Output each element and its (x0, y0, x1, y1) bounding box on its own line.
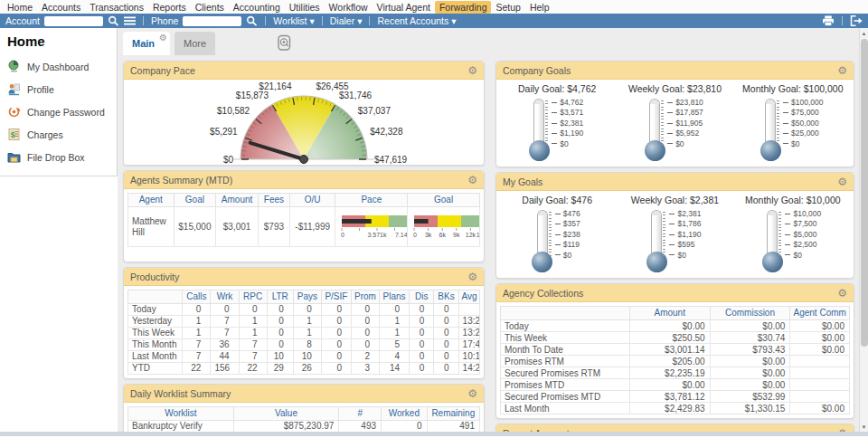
widget-daily-worklist: Daily Worklist Summary ⚙ WorklistValue#W… (123, 384, 485, 432)
dialer-menu[interactable]: Dialer▾ (330, 15, 363, 26)
table-cell: 156 (211, 363, 239, 375)
menu-item-reports[interactable]: Reports (148, 1, 191, 14)
table-cell: 0 (410, 339, 434, 351)
table-cell: 0 (211, 304, 239, 316)
column-header: Pays (293, 290, 321, 304)
bullet-chart: 03.571k7.143k (339, 213, 407, 240)
table-cell: 0 (434, 304, 458, 316)
svg-text:7.143k: 7.143k (395, 232, 407, 238)
scroll-up-icon[interactable]: ▲ (860, 28, 868, 38)
svg-text:3.571k: 3.571k (368, 232, 388, 238)
goal-thermometer: Daily Goal: $4,762$4,762$3,571$2,381$1,1… (498, 83, 616, 161)
scrollbar-thumb[interactable] (861, 39, 868, 347)
gear-icon[interactable]: ⚙ (837, 288, 847, 299)
goal-heading: Monthly Goal: $100,000 (742, 83, 844, 94)
menu-bar: HomeAccountsTransactionsReportsClientsAc… (0, 0, 868, 14)
menu-item-virtual-agent[interactable]: Virtual Agent (373, 1, 435, 14)
scroll-down-icon[interactable]: ▼ (860, 422, 868, 432)
table-row: Promises MTD$0.00$0.00 (501, 379, 850, 391)
table-cell: YTD (128, 363, 183, 375)
thermometer-tube (767, 210, 778, 257)
sidebar-item-change-password[interactable]: Change Password (0, 100, 117, 123)
tab-main[interactable]: Main ⚙ (123, 32, 170, 55)
table-cell: This Week (501, 332, 630, 344)
table-cell: $2,429.83 (629, 403, 710, 414)
tab-gear-icon[interactable]: ⚙ (159, 33, 167, 43)
thermometer-tick-label: $357 (555, 220, 580, 228)
gear-icon[interactable]: ⚙ (467, 65, 477, 76)
table-cell: 0 (239, 304, 267, 316)
gear-icon[interactable]: ⚙ (837, 65, 847, 76)
menu-item-setup[interactable]: Setup (491, 1, 524, 14)
tab-more[interactable]: More (175, 32, 215, 55)
account-input[interactable] (44, 16, 103, 26)
sidebar-item-file-drop-box[interactable]: File Drop Box (0, 146, 117, 168)
phone-input[interactable] (183, 16, 241, 26)
recent-accounts-menu[interactable]: Recent Accounts▾ (377, 15, 456, 26)
menu-item-forwarding[interactable]: Forwarding (435, 1, 492, 14)
phone-search-icon[interactable] (246, 15, 258, 26)
table-cell: 14 (380, 363, 410, 375)
data-table: CallsWrkRPCLTRPaysP/SIFPromPlansDisBKsAv… (127, 290, 480, 375)
column-header: Fees (258, 194, 289, 207)
column-header: Agent Comm (790, 307, 850, 320)
goal-thermometer: Monthly Goal: $10,000$10,000$7,500$5,000… (734, 195, 852, 272)
worklist-menu[interactable]: Worklist▾ (273, 15, 314, 26)
menu-item-transactions[interactable]: Transactions (85, 1, 148, 14)
widget-title: Company Pace (130, 65, 195, 76)
thermometer-tick-label: $238 (555, 231, 580, 239)
table-cell: 0 (267, 328, 293, 339)
profile-icon (7, 82, 21, 96)
thermometer-tick-label: $100,000 (783, 99, 823, 107)
gear-icon[interactable]: ⚙ (837, 176, 847, 187)
svg-text:$42,328: $42,328 (370, 127, 403, 137)
thermometer-tick-label: $5,952 (667, 129, 703, 138)
logout-icon[interactable] (850, 15, 863, 26)
table-cell: 26 (293, 363, 321, 375)
menu-item-accounts[interactable]: Accounts (37, 1, 85, 14)
account-search-icon[interactable] (108, 15, 119, 26)
gear-icon[interactable]: ⚙ (467, 271, 477, 282)
column-header (501, 307, 630, 320)
table-cell: 0 (434, 328, 458, 339)
thermometer-tick-label: $119 (555, 241, 580, 249)
widget-company-pace: Company Pace ⚙ $0$5,291$10,582$15,873$21… (123, 61, 485, 166)
column-header: Dis (410, 290, 434, 304)
print-icon[interactable] (822, 15, 835, 26)
menu-item-accounting[interactable]: Accounting (229, 1, 285, 14)
thermometer-tick-label: $1,190 (669, 231, 701, 239)
svg-text:$10,582: $10,582 (217, 106, 250, 116)
table-cell: 0 (351, 304, 379, 316)
table-cell: 0 (410, 351, 434, 363)
sidebar-item-my-dashboard[interactable]: My Dashboard (0, 55, 117, 78)
account-list-icon[interactable] (124, 16, 136, 26)
table-cell: $30.74 (710, 332, 790, 344)
sidebar-item-profile[interactable]: Profile (0, 78, 117, 100)
gear-icon[interactable]: ⚙ (467, 175, 477, 186)
menu-item-clients[interactable]: Clients (191, 1, 229, 14)
add-dashboard-icon[interactable] (276, 33, 295, 52)
table-cell: $875,230.97 (233, 421, 339, 433)
svg-text:15k: 15k (476, 232, 480, 238)
menu-item-home[interactable]: Home (3, 1, 37, 14)
gear-icon[interactable]: ⚙ (467, 388, 477, 399)
daily-worklist-table: WorklistValue#WorkedRemainingBankruptcy … (124, 406, 484, 432)
column-header: Remaining (427, 407, 479, 421)
vertical-scrollbar[interactable]: ▲ ▼ (859, 28, 868, 432)
menu-item-help[interactable]: Help (525, 1, 554, 14)
menu-item-utilities[interactable]: Utilities (285, 1, 325, 14)
menu-item-workflow[interactable]: Workflow (325, 1, 373, 14)
table-cell (458, 304, 479, 316)
phone-label: Phone (151, 15, 178, 26)
column-header: Calls (183, 290, 211, 304)
svg-text:$37,037: $37,037 (358, 106, 392, 116)
change-password-icon (7, 105, 21, 119)
sidebar-item-charges[interactable]: $Charges (0, 123, 117, 146)
table-cell: 10:15 (458, 351, 479, 363)
table-cell: $0.00 (790, 344, 850, 356)
table-cell: Matthew Hill (128, 207, 175, 247)
widget-agency-collections: Agency Collections ⚙ AmountCommissionAge… (495, 283, 854, 419)
table-cell: 44 (211, 351, 239, 363)
table-cell: 10 (267, 351, 293, 363)
widget-my-goals: My Goals ⚙ Daily Goal: $476$476$357$238$… (495, 172, 854, 279)
